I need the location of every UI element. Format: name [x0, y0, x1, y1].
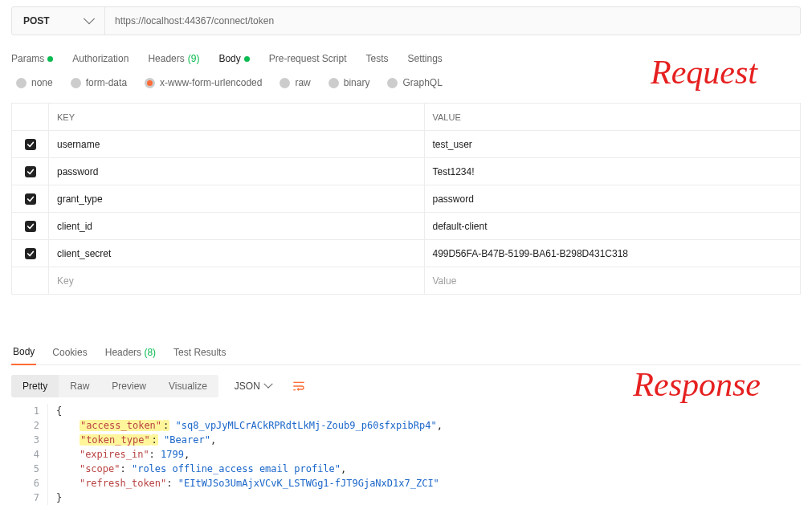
radio-icon: [387, 78, 398, 88]
checkbox-checked-icon: [25, 139, 36, 150]
tab-settings[interactable]: Settings: [408, 53, 443, 64]
status-dot-icon: [244, 56, 250, 62]
http-method-select[interactable]: POST: [12, 7, 105, 35]
body-xform[interactable]: x-www-form-urlencoded: [145, 77, 262, 88]
resp-tab-testresults[interactable]: Test Results: [172, 342, 227, 364]
body-graphql[interactable]: GraphQL: [387, 77, 442, 88]
table-empty-row: Key Value: [12, 267, 800, 295]
annotation-request-label: Request: [651, 53, 757, 92]
body-binary[interactable]: binary: [328, 77, 370, 88]
radio-label: none: [31, 77, 53, 88]
radio-icon: [328, 78, 339, 88]
checkbox-checked-icon: [25, 166, 36, 177]
resp-headers-count: (8): [144, 347, 156, 358]
chevron-down-icon: [84, 13, 95, 24]
tab-tests[interactable]: Tests: [365, 53, 388, 64]
status-dot-icon: [47, 56, 53, 62]
wrap-icon: [292, 381, 305, 392]
body-raw[interactable]: raw: [280, 77, 310, 88]
checkbox-checked-icon: [25, 221, 36, 232]
http-method-value: POST: [23, 15, 50, 26]
tab-label: Headers: [148, 53, 184, 64]
table-row: passwordTest1234!: [12, 158, 800, 185]
code-lines: { "access_token": "sq8_vpJyMLCrACkRPRdtL…: [48, 404, 443, 505]
tab-params[interactable]: Params: [11, 53, 53, 64]
request-line: POST: [11, 6, 801, 35]
value-header: VALUE: [425, 104, 801, 131]
table-header-row: KEY VALUE: [12, 104, 800, 131]
checkbox-cell[interactable]: [12, 131, 49, 158]
checkbox-cell: [12, 267, 49, 295]
key-placeholder[interactable]: Key: [57, 275, 74, 287]
table-row: client_iddefault-client: [12, 213, 800, 240]
value-cell[interactable]: password: [425, 185, 801, 213]
checkbox-checked-icon: [25, 248, 36, 259]
body-none[interactable]: none: [16, 77, 53, 88]
form-urlencoded-table: KEY VALUE usernametest_userpasswordTest1…: [11, 103, 801, 295]
tab-body[interactable]: Body: [218, 53, 249, 64]
checkbox-cell[interactable]: [12, 158, 49, 185]
table-row: client_secret499D56FA-B47B-5199-BA61-B29…: [12, 240, 800, 267]
format-select[interactable]: JSON: [225, 375, 281, 397]
tab-label: Body: [218, 53, 240, 64]
value-placeholder[interactable]: Value: [433, 275, 457, 287]
checkbox-header: [12, 104, 49, 131]
checkbox-cell[interactable]: [12, 240, 49, 267]
resp-tab-cookies[interactable]: Cookies: [51, 342, 88, 364]
line-gutter: 1234567: [11, 404, 48, 505]
radio-icon: [280, 78, 290, 88]
key-cell[interactable]: client_secret: [49, 240, 425, 267]
key-cell[interactable]: grant_type: [49, 185, 425, 213]
key-cell[interactable]: username: [49, 131, 425, 158]
radio-label: raw: [295, 77, 310, 88]
view-mode-group: Pretty Raw Preview Visualize: [11, 375, 218, 397]
annotation-response-label: Response: [633, 365, 761, 404]
radio-label: GraphQL: [402, 77, 442, 88]
key-header: KEY: [49, 104, 425, 131]
value-cell[interactable]: Test1234!: [425, 158, 801, 185]
value-cell[interactable]: default-client: [425, 213, 801, 240]
key-cell[interactable]: password: [49, 158, 425, 185]
tab-prerequest[interactable]: Pre-request Script: [269, 53, 347, 64]
view-preview-button[interactable]: Preview: [100, 375, 157, 397]
response-tabs: Body Cookies Headers (8) Test Results: [11, 341, 801, 365]
tab-label: Headers: [105, 347, 141, 358]
radio-label: binary: [344, 77, 370, 88]
checkbox-cell[interactable]: [12, 185, 49, 213]
radio-icon: [16, 78, 27, 88]
tab-label: Params: [11, 53, 44, 64]
body-formdata[interactable]: form-data: [71, 77, 127, 88]
headers-count: (9): [188, 53, 200, 64]
tab-headers[interactable]: Headers (9): [148, 53, 199, 64]
value-cell[interactable]: test_user: [425, 131, 801, 158]
radio-selected-icon: [145, 78, 155, 88]
view-visualize-button[interactable]: Visualize: [157, 375, 218, 397]
wrap-lines-button[interactable]: [288, 376, 310, 397]
format-value: JSON: [235, 381, 260, 392]
response-body-viewer[interactable]: 1234567 { "access_token": "sq8_vpJyMLCrA…: [11, 404, 801, 505]
resp-tab-headers[interactable]: Headers (8): [104, 342, 157, 364]
view-pretty-button[interactable]: Pretty: [11, 375, 59, 397]
resp-tab-body[interactable]: Body: [11, 341, 36, 365]
radio-label: x-www-form-urlencoded: [160, 77, 262, 88]
value-cell[interactable]: 499D56FA-B47B-5199-BA61-B298D431C318: [425, 240, 801, 267]
radio-icon: [71, 78, 81, 88]
tab-authorization[interactable]: Authorization: [72, 53, 129, 64]
checkbox-checked-icon: [25, 193, 36, 205]
table-row: grant_typepassword: [12, 185, 800, 213]
table-row: usernametest_user: [12, 131, 800, 158]
chevron-down-icon: [263, 380, 272, 389]
url-input[interactable]: [105, 7, 800, 35]
view-raw-button[interactable]: Raw: [59, 375, 100, 397]
checkbox-cell[interactable]: [12, 213, 49, 240]
radio-label: form-data: [86, 77, 127, 88]
key-cell[interactable]: client_id: [49, 213, 425, 240]
